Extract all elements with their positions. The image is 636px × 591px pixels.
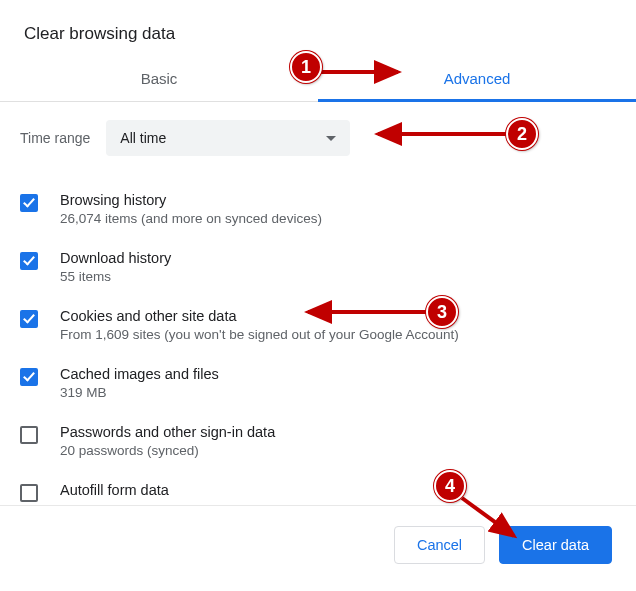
cancel-button[interactable]: Cancel — [394, 526, 485, 564]
checkbox-download-history[interactable] — [20, 252, 38, 270]
item-title: Passwords and other sign-in data — [60, 424, 620, 440]
checkbox-autofill[interactable] — [20, 484, 38, 502]
tab-advanced[interactable]: Advanced — [318, 56, 636, 101]
dialog-title: Clear browsing data — [0, 0, 636, 56]
item-text: Cookies and other site data From 1,609 s… — [60, 308, 620, 342]
list-item: Browsing history 26,074 items (and more … — [20, 182, 620, 240]
chevron-down-icon — [326, 136, 336, 141]
timerange-row: Time range All time — [20, 120, 620, 156]
checkbox-cookies[interactable] — [20, 310, 38, 328]
item-text: Browsing history 26,074 items (and more … — [60, 192, 620, 226]
item-sub: 319 MB — [60, 385, 620, 400]
item-title: Download history — [60, 250, 620, 266]
clear-browsing-data-dialog: Clear browsing data Basic Advanced Time … — [0, 0, 636, 591]
item-sub: 26,074 items (and more on synced devices… — [60, 211, 620, 226]
list-item: Passwords and other sign-in data 20 pass… — [20, 414, 620, 472]
tab-basic[interactable]: Basic — [0, 56, 318, 101]
tabs: Basic Advanced — [0, 56, 636, 102]
list-item: Cached images and files 319 MB — [20, 356, 620, 414]
list-item: Autofill form data — [20, 472, 620, 502]
dialog-footer: Cancel Clear data — [0, 506, 636, 584]
list-item: Cookies and other site data From 1,609 s… — [20, 298, 620, 356]
timerange-value: All time — [120, 130, 166, 146]
item-title: Cookies and other site data — [60, 308, 620, 324]
item-sub: 55 items — [60, 269, 620, 284]
button-label: Cancel — [417, 537, 462, 553]
item-title: Autofill form data — [60, 482, 620, 498]
checkbox-passwords[interactable] — [20, 426, 38, 444]
item-sub: 20 passwords (synced) — [60, 443, 620, 458]
item-title: Cached images and files — [60, 366, 620, 382]
checkbox-cache[interactable] — [20, 368, 38, 386]
tab-label: Basic — [141, 70, 178, 87]
item-text: Download history 55 items — [60, 250, 620, 284]
dialog-body: Time range All time Browsing history 26,… — [0, 102, 636, 506]
item-text: Passwords and other sign-in data 20 pass… — [60, 424, 620, 458]
timerange-label: Time range — [20, 130, 90, 146]
checkbox-browsing-history[interactable] — [20, 194, 38, 212]
tab-label: Advanced — [444, 70, 511, 87]
item-text: Autofill form data — [60, 482, 620, 498]
timerange-select[interactable]: All time — [106, 120, 350, 156]
list-item: Download history 55 items — [20, 240, 620, 298]
button-label: Clear data — [522, 537, 589, 553]
clear-data-button[interactable]: Clear data — [499, 526, 612, 564]
item-text: Cached images and files 319 MB — [60, 366, 620, 400]
item-sub: From 1,609 sites (you won't be signed ou… — [60, 327, 620, 342]
item-title: Browsing history — [60, 192, 620, 208]
